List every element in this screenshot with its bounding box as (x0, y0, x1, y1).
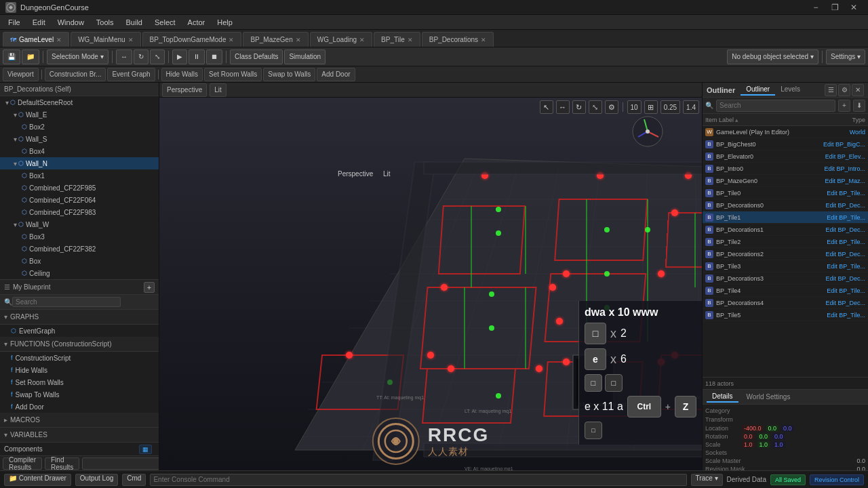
out-item-elevator0[interactable]: B BP_Elevator0 Edit BP_Elev... (703, 150, 868, 163)
viewport-3d[interactable]: Perspective Lit (159, 83, 702, 470)
out-item-decorations2[interactable]: B BP_Decorations2 Edit BP_Dec... (703, 248, 868, 260)
bottom-search-input[interactable] (82, 458, 159, 470)
bp-function-swap-to-walls[interactable]: f Swap To Walls (0, 388, 159, 401)
out-item-mazegen0[interactable]: B BP_MazeGen0 Edit BP_Maz... (703, 175, 868, 187)
menu-actor[interactable]: Actor (182, 17, 211, 28)
hide-walls-btn[interactable]: Hide Walls (161, 68, 203, 81)
bp-function-construction[interactable]: f ConstructionScript (0, 352, 159, 364)
translate-button[interactable]: ↔ (116, 49, 132, 64)
vp-perspective-btn[interactable]: Perspective (162, 83, 207, 97)
tab-wg-mainmenu-close[interactable]: ✕ (128, 37, 134, 43)
hierarchy-item-box2[interactable]: ⬡ Box2 (0, 121, 159, 133)
restore-button[interactable]: ❐ (826, 0, 844, 15)
out-item-tile1[interactable]: B BP_Tile1 Edit BP_Tile... (703, 211, 868, 224)
out-item-intro0-edit[interactable]: Edit BP_Intro... (824, 165, 865, 172)
outliner-tab-outliner[interactable]: Outliner (741, 84, 775, 96)
minimize-button[interactable]: − (807, 0, 825, 15)
menu-edit[interactable]: Edit (27, 17, 51, 28)
hierarchy-item-box[interactable]: ⬡ Box (0, 255, 159, 267)
translate-gizmo-icon[interactable]: ↔ (556, 100, 570, 114)
tab-gamelevel[interactable]: 🗺 GameLevel ✕ (3, 32, 69, 47)
output-log-button[interactable]: Output Log (75, 474, 118, 486)
out-item-tile4[interactable]: B BP_Tile4 Edit BP_Tile... (703, 285, 868, 297)
grid-size-box[interactable]: 10 (627, 100, 642, 114)
out-item-tile3-edit[interactable]: Edit BP_Tile... (827, 263, 865, 270)
blueprint-add-button[interactable]: + (144, 282, 155, 293)
swap-to-walls-btn[interactable]: Swap to Walls (263, 68, 315, 81)
trace-dropdown[interactable]: Trace ▾ (691, 474, 723, 486)
out-item-bigchest0[interactable]: B BP_BigChest0 Edit BP_BigC... (703, 138, 868, 150)
world-settings-tab[interactable]: World Settings (741, 392, 796, 402)
tab-bp-topdown-close[interactable]: ✕ (229, 37, 234, 43)
grid-icon[interactable]: ⊞ (644, 100, 658, 114)
hierarchy-item-combined3[interactable]: ⬡ Combined_CF22F983 (0, 206, 159, 218)
camera-settings-icon[interactable]: ⚙ (605, 100, 618, 114)
functions-section-header[interactable]: ▾ FUNCTIONS (ConstructionScript) (0, 337, 159, 352)
event-graph-item[interactable]: ⬡ EventGraph (0, 325, 159, 337)
find-results-tab[interactable]: Find Results (45, 458, 79, 470)
camera-speed-box[interactable]: 0.25 (660, 100, 680, 114)
event-graph-tab[interactable]: Event Graph (107, 68, 155, 81)
menu-tools[interactable]: Tools (91, 17, 119, 28)
bp-function-hide-walls[interactable]: f Hide Walls (0, 364, 159, 376)
graphs-section-header[interactable]: ▾ GRAPHS (0, 310, 159, 325)
pause-button[interactable]: ⏸ (189, 49, 205, 64)
out-item-decorations4[interactable]: B BP_Decorations4 Edit BP_Dec... (703, 297, 868, 309)
out-item-tile2-edit[interactable]: Edit BP_Tile... (827, 239, 865, 245)
out-item-tile4-edit[interactable]: Edit BP_Tile... (827, 287, 865, 294)
select-mode-icon[interactable]: ↖ (540, 100, 553, 114)
scale-button[interactable]: ⤡ (150, 49, 165, 64)
simulation-button[interactable]: Simulation (284, 49, 326, 64)
out-item-decorations2-edit[interactable]: Edit BP_Dec... (825, 251, 865, 258)
save-button[interactable]: 💾 (3, 49, 20, 64)
blueprint-header[interactable]: ☰ My Blueprint + (0, 280, 159, 295)
variables-section-header[interactable]: ▾ VARIABLES (0, 428, 159, 443)
browse-button[interactable]: 📁 (22, 49, 39, 64)
rotate-button[interactable]: ↻ (134, 49, 149, 64)
tab-wg-loading-close[interactable]: ✕ (359, 37, 365, 43)
variable-components[interactable]: Components ▦ (0, 443, 159, 455)
outliner-import-icon[interactable]: ⬇ (853, 100, 865, 112)
out-item-bigchest0-edit[interactable]: Edit BP_BigC... (823, 141, 865, 148)
hierarchy-item-ceiling[interactable]: ⬡ Ceiling (0, 267, 159, 279)
hierarchy-root[interactable]: ▾ ⬡ DefaultSceneRoot (0, 96, 159, 108)
tab-wg-mainmenu[interactable]: WG_MainMenu ✕ (71, 32, 140, 47)
add-door-btn[interactable]: Add Door (317, 68, 355, 81)
vp-lit-btn[interactable]: Lit (210, 83, 226, 97)
content-drawer-button[interactable]: 📁 Content Drawer (4, 474, 71, 486)
outliner-close-icon[interactable]: ✕ (852, 84, 864, 96)
out-item-tile5-edit[interactable]: Edit BP_Tile... (827, 312, 865, 319)
hierarchy-item-combined4[interactable]: ⬡ Combined_CF22F382 (0, 243, 159, 255)
rotate-gizmo-icon[interactable]: ↻ (572, 100, 586, 114)
hierarchy-item-wall-n[interactable]: ▾ ⬡ Wall_N (0, 157, 159, 169)
fov-box[interactable]: 1.4 (683, 100, 699, 114)
tab-bp-topdown[interactable]: BP_TopDownGameMode ✕ (142, 32, 242, 47)
tab-bp-tile-close[interactable]: ✕ (408, 37, 413, 43)
out-item-mazegen0-edit[interactable]: Edit BP_Maz... (825, 178, 865, 184)
outliner-add-icon[interactable]: + (838, 100, 850, 112)
console-command-input[interactable] (150, 474, 686, 486)
blueprint-search-input[interactable] (12, 297, 121, 307)
out-item-tile0[interactable]: B BP_Tile0 Edit BP_Tile... (703, 187, 868, 199)
out-item-decorations0-edit[interactable]: Edit BP_Dec... (825, 202, 865, 209)
hierarchy-item-box3[interactable]: ⬡ Box3 (0, 230, 159, 243)
compiler-results-tab[interactable]: Compiler Results (3, 458, 42, 470)
tab-bp-mazegen[interactable]: BP_MazeGen ✕ (243, 32, 308, 47)
outliner-search-input[interactable] (716, 100, 835, 112)
settings-button[interactable]: Settings ▾ (826, 49, 865, 64)
menu-file[interactable]: File (3, 17, 26, 28)
hierarchy-item-wall-s[interactable]: ▾ ⬡ Wall_S (0, 133, 159, 145)
play-button[interactable]: ▶ (172, 49, 187, 64)
out-item-elevator0-edit[interactable]: Edit BP_Elev... (825, 153, 865, 160)
out-item-tile0-edit[interactable]: Edit BP_Tile... (827, 190, 865, 197)
cmd-button[interactable]: Cmd (122, 474, 146, 486)
stop-button[interactable]: ⏹ (206, 49, 222, 64)
out-item-decorations4-edit[interactable]: Edit BP_Dec... (825, 300, 865, 306)
class-defaults-button[interactable]: Class Defaults (230, 49, 283, 64)
selection-mode-dropdown[interactable]: Selection Mode ▾ (47, 49, 108, 64)
out-item-decorations3[interactable]: B BP_Decorations3 Edit BP_Dec... (703, 272, 868, 285)
tab-bp-decorations[interactable]: BP_Decorations ✕ (422, 32, 494, 47)
set-room-walls-btn[interactable]: Set Room Walls (204, 68, 262, 81)
tab-bp-mazegen-close[interactable]: ✕ (296, 37, 301, 43)
out-item-decorations3-edit[interactable]: Edit BP_Dec... (825, 275, 865, 282)
